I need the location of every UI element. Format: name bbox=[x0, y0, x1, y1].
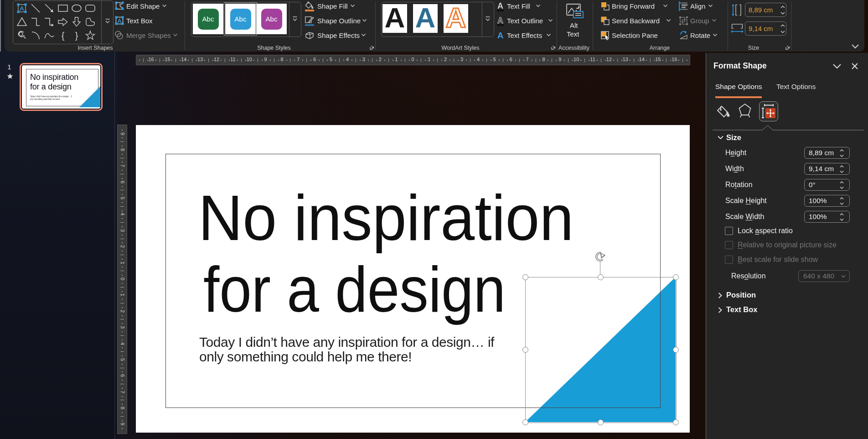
svg-text:A: A bbox=[497, 16, 503, 25]
svg-text:{: { bbox=[62, 31, 65, 41]
svg-text:A: A bbox=[20, 5, 24, 12]
svg-text:A: A bbox=[497, 1, 503, 10]
svg-text:A: A bbox=[497, 31, 504, 40]
svg-text:A: A bbox=[118, 18, 122, 24]
svg-text:}: } bbox=[75, 31, 78, 41]
